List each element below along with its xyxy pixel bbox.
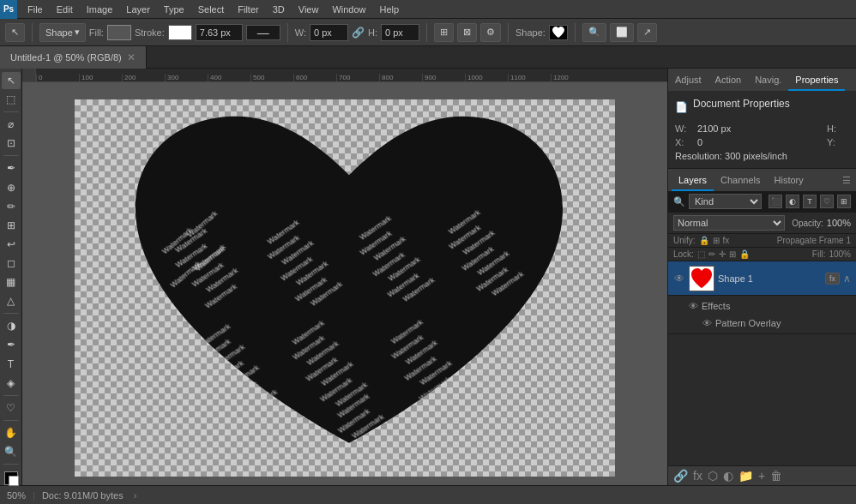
add-group-btn[interactable]: 📁 xyxy=(738,469,753,483)
canvas-viewport[interactable]: Watermark Watermark Watermark Watermark … xyxy=(22,82,667,485)
blur-tool[interactable]: △ xyxy=(2,292,21,309)
tab-navig[interactable]: Navig. xyxy=(748,69,788,91)
menu-file[interactable]: File xyxy=(21,0,50,19)
ruler-marks-horizontal: 0 100 200 300 400 500 600 700 800 900 10… xyxy=(36,69,594,82)
layers-filter-shape[interactable]: ♡ xyxy=(820,195,834,208)
add-mask-btn[interactable]: ⬡ xyxy=(708,469,718,483)
settings-gear-btn[interactable]: ⚙ xyxy=(480,23,501,42)
shape-tool[interactable]: ♡ xyxy=(2,399,21,417)
add-link-btn[interactable]: 🔗 xyxy=(673,469,688,483)
layer-visibility-eye[interactable]: 👁 xyxy=(673,273,685,285)
layers-filter-icons: ⬛ ◐ T ♡ ⊞ xyxy=(769,195,851,208)
brush-tool[interactable]: ✏ xyxy=(2,198,21,215)
fill-label: Fill: xyxy=(89,27,104,38)
menu-image[interactable]: Image xyxy=(80,0,120,19)
tool-sep-1 xyxy=(3,111,19,112)
layers-tab-channels[interactable]: Channels xyxy=(714,169,767,191)
add-style-btn[interactable]: fx xyxy=(693,469,702,483)
menu-layer[interactable]: Layer xyxy=(119,0,157,19)
view-mode-btn[interactable]: ⬜ xyxy=(610,23,634,42)
lock-position-btn[interactable]: ✛ xyxy=(719,249,726,259)
tab-properties[interactable]: Properties xyxy=(788,69,845,91)
layers-filter-smart[interactable]: ⊞ xyxy=(837,195,851,208)
menu-window[interactable]: Window xyxy=(325,0,372,19)
menu-help[interactable]: Help xyxy=(373,0,407,19)
history-brush-tool[interactable]: ↩ xyxy=(2,236,21,253)
tab-action[interactable]: Action xyxy=(708,69,749,91)
shape-heart-preview[interactable] xyxy=(549,25,568,40)
dodge-tool[interactable]: ◑ xyxy=(2,317,21,334)
layers-tab-layers[interactable]: Layers xyxy=(672,169,714,191)
background-swatch[interactable] xyxy=(9,476,19,486)
zoom-tool[interactable]: 🔍 xyxy=(2,443,21,460)
shape-dropdown-icon: ▾ xyxy=(75,27,80,38)
fill-preview[interactable] xyxy=(107,25,131,40)
doc-info-expand[interactable]: › xyxy=(134,490,137,501)
doctab-untitled[interactable]: Untitled-1 @ 50% (RGB/8) ✕ xyxy=(0,46,147,69)
prop-x-value: 0 xyxy=(697,137,702,147)
path-select-tool[interactable]: ◈ xyxy=(2,375,21,392)
ruler-mark-500: 500 xyxy=(250,74,293,82)
screen-mode-btn[interactable]: ↗ xyxy=(637,23,657,42)
stroke-style-selector[interactable]: — xyxy=(246,25,280,40)
eraser-tool[interactable]: ◻ xyxy=(2,255,21,272)
menu-select[interactable]: Select xyxy=(191,0,232,19)
tab-adjust[interactable]: Adjust xyxy=(668,69,708,91)
ruler-mark-600: 600 xyxy=(293,74,336,82)
unify-color-icon[interactable]: ⊞ xyxy=(713,236,720,245)
hand-tool[interactable]: ✋ xyxy=(2,424,21,441)
delete-layer-btn[interactable]: 🗑 xyxy=(770,469,782,483)
type-tool[interactable]: T xyxy=(2,356,21,373)
crop-tool[interactable]: ⊡ xyxy=(2,135,21,152)
heal-tool[interactable]: ⊕ xyxy=(2,178,21,195)
unify-fx-icon[interactable]: fx xyxy=(723,236,730,245)
height-input[interactable] xyxy=(381,24,419,41)
eyedropper-tool[interactable]: ✒ xyxy=(2,159,21,177)
unify-pos-icon[interactable]: 🔒 xyxy=(699,236,709,245)
menu-view[interactable]: View xyxy=(292,0,326,19)
lasso-tool[interactable]: ⌀ xyxy=(2,116,21,133)
color-swatches xyxy=(4,471,18,485)
foreground-swatch[interactable] xyxy=(4,471,18,485)
menu-filter[interactable]: Filter xyxy=(231,0,265,19)
menu-type[interactable]: Type xyxy=(157,0,191,19)
gradient-tool[interactable]: ▦ xyxy=(2,273,21,291)
layers-filter-adj[interactable]: ◐ xyxy=(786,195,799,208)
selection-tool[interactable]: ⬚ xyxy=(2,91,21,108)
lock-transparency-btn[interactable]: ⬚ xyxy=(697,249,705,259)
lock-paint-btn[interactable]: ✏ xyxy=(708,249,715,259)
align-btn[interactable]: ⊞ xyxy=(434,23,454,42)
align-distribute-btn[interactable]: ⊠ xyxy=(457,23,477,42)
layers-tab-history[interactable]: History xyxy=(768,169,811,191)
lock-all-btn[interactable]: 🔒 xyxy=(739,249,750,259)
move-tool[interactable]: ↖ xyxy=(2,72,21,89)
add-layer-btn[interactable]: + xyxy=(758,469,765,483)
properties-content: 📄 Document Properties W: 2100 px H: X: 0… xyxy=(668,91,856,168)
layer-fx-button[interactable]: fx xyxy=(825,273,840,285)
pen-tool[interactable]: ✒ xyxy=(2,336,21,353)
menu-3d[interactable]: 3D xyxy=(266,0,292,19)
layer-item-shape1[interactable]: 👁 Shape 1 fx ∧ xyxy=(668,261,856,296)
effects-eye-icon[interactable]: 👁 xyxy=(689,301,698,311)
stroke-preview[interactable] xyxy=(168,25,192,40)
menu-edit[interactable]: Edit xyxy=(50,0,80,19)
ruler-mark-0: 0 xyxy=(36,74,79,82)
layers-tabs: Layers Channels History ☰ xyxy=(668,169,856,191)
layer-expand-btn[interactable]: ∧ xyxy=(843,273,851,285)
layers-panel-menu[interactable]: ☰ xyxy=(841,173,853,188)
tool-selector[interactable]: ↖ xyxy=(5,23,25,42)
layers-filter-type[interactable]: T xyxy=(803,195,817,208)
stroke-width-input[interactable] xyxy=(196,24,243,41)
lock-artboard-btn[interactable]: ⊞ xyxy=(729,249,736,259)
clone-tool[interactable]: ⊞ xyxy=(2,217,21,234)
layers-kind-select[interactable]: Kind xyxy=(689,194,762,209)
shape-tool-btn[interactable]: Shape ▾ xyxy=(39,23,86,42)
add-adjustment-btn[interactable]: ◐ xyxy=(723,469,733,483)
zoom-search-btn[interactable]: 🔍 xyxy=(582,23,606,42)
prop-w-label: W: xyxy=(675,123,692,134)
layers-filter-pixel[interactable]: ⬛ xyxy=(769,195,782,208)
blend-mode-select[interactable]: Normal xyxy=(673,215,785,231)
pattern-overlay-eye[interactable]: 👁 xyxy=(702,318,712,328)
doctab-close[interactable]: ✕ xyxy=(127,46,136,69)
width-input[interactable] xyxy=(310,24,348,41)
